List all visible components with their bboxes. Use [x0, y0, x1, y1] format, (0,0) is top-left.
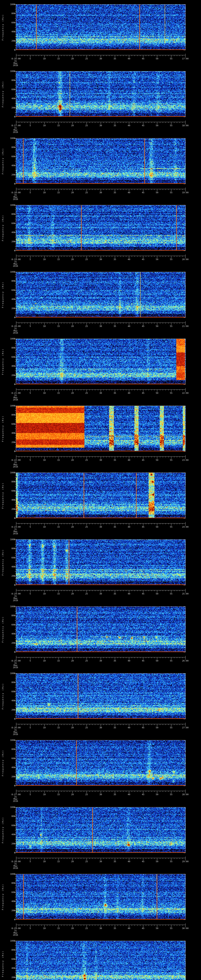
x-tick-label: 5 [30, 526, 31, 528]
y-tick-label: 200 [0, 642, 15, 644]
x-tick-label: 55 [170, 794, 172, 796]
y-axis-title: Frequency (Hz) [2, 683, 4, 710]
x-tick-label: 15 [57, 660, 60, 662]
x-tick-label: 30 [99, 861, 102, 863]
x-tick-label: 40 [128, 57, 130, 60]
y-tick-label: 600 [0, 356, 15, 358]
x-end-time-label: 28:00 [182, 794, 188, 796]
spectrogram-canvas [0, 535, 201, 602]
x-end-time-label: 17:00 [182, 57, 188, 60]
spectrogram-panel: Frequency (Hz) 10008006004002000 8:27:00… [0, 736, 201, 803]
spectrogram-panel: Frequency (Hz) 10008006004002000 8:16:00… [0, 0, 201, 67]
y-tick-label: 600 [0, 88, 15, 91]
x-tick-label: 15 [57, 526, 60, 528]
x-tick-label: 15 [57, 191, 60, 194]
x-tick-label: 15 [57, 325, 60, 328]
date-line: 2016 [13, 733, 18, 736]
x-tick-label: 20 [71, 325, 73, 328]
x-tick-label: 5 [30, 593, 31, 595]
y-tick-label: 800 [0, 414, 15, 416]
y-axis-title: Frequency (Hz) [2, 348, 4, 375]
x-tick-label: 5 [30, 124, 31, 127]
spectrogram-panel: Frequency (Hz) 10008006004002000 8:18:00… [0, 134, 201, 201]
x-tick-label: 50 [156, 861, 158, 863]
date-line: 2016 [13, 131, 18, 134]
y-tick-label: 800 [0, 949, 15, 951]
x-end-time-label: 21:00 [182, 325, 188, 328]
x-tick-label: 15 [57, 392, 60, 395]
x-tick-label: 5 [30, 392, 31, 395]
x-end-time-label: 18:00 [182, 124, 188, 127]
spectrogram-panel: Frequency (Hz) 10008006004002000 8:25:00… [0, 602, 201, 669]
y-tick-label: 1000 [0, 338, 15, 340]
y-tick-label: 0 [0, 183, 15, 185]
x-tick-label: 50 [156, 191, 158, 194]
x-tick-label: 5 [30, 794, 31, 796]
x-tick-label: 15 [57, 861, 60, 863]
y-axis-title: Frequency (Hz) [2, 482, 4, 509]
y-tick-label: 400 [0, 499, 15, 501]
x-end-time-label: 25:00 [182, 593, 188, 595]
x-tick-label: 10 [43, 325, 46, 328]
x-tick-label: 35 [113, 191, 116, 194]
y-tick-label: 400 [0, 566, 15, 568]
date-line: 2016 [13, 867, 18, 869]
x-tick-label: 50 [156, 57, 158, 60]
x-tick-label: 5 [30, 57, 31, 60]
y-tick-label: 800 [0, 280, 15, 282]
y-tick-label: 800 [0, 614, 15, 617]
spectrogram-panel: Frequency (Hz) 10008006004002000 8:17:00… [0, 67, 201, 134]
y-tick-label: 600 [0, 156, 15, 158]
x-tick-label: 30 [99, 459, 102, 461]
x-tick-label: 35 [113, 57, 116, 60]
y-tick-label: 0 [0, 49, 15, 51]
x-tick-label: 10 [43, 57, 46, 60]
y-tick-label: 1000 [0, 271, 15, 273]
y-tick-label: 200 [0, 441, 15, 444]
y-tick-label: 600 [0, 22, 15, 24]
date-line: 2016 [13, 198, 18, 200]
y-tick-label: 200 [0, 40, 15, 42]
y-tick-label: 200 [0, 173, 15, 176]
x-tick-label: 50 [156, 927, 158, 930]
y-tick-label: 200 [0, 976, 15, 978]
x-tick-label: 5 [30, 727, 31, 729]
x-tick-label: 10 [43, 927, 46, 930]
date-line: 2016 [13, 800, 18, 802]
x-tick-label: 50 [156, 526, 158, 528]
y-tick-label: 200 [0, 307, 15, 310]
y-tick-label: 1000 [0, 70, 15, 73]
x-tick-label: 40 [128, 325, 130, 328]
x-tick-label: 35 [113, 593, 116, 595]
y-tick-label: 600 [0, 222, 15, 224]
date-line: 2016 [13, 64, 18, 67]
x-tick-label: 35 [113, 325, 116, 328]
y-tick-label: 800 [0, 79, 15, 81]
x-tick-label: 25 [85, 459, 88, 461]
x-tick-label: 10 [43, 660, 46, 662]
x-tick-label: 20 [71, 593, 73, 595]
x-tick-label: 35 [113, 258, 116, 261]
x-tick-label: 15 [57, 57, 60, 60]
x-end-time-label: 27:00 [182, 727, 188, 729]
y-tick-label: 400 [0, 231, 15, 234]
x-tick-label: 40 [128, 794, 130, 796]
x-tick-label: 25 [85, 57, 88, 60]
y-tick-label: 1000 [0, 137, 15, 140]
y-tick-label: 400 [0, 834, 15, 836]
x-tick-label: 35 [113, 459, 116, 461]
x-tick-label: 45 [142, 794, 144, 796]
x-tick-label: 10 [43, 861, 46, 863]
x-tick-label: 30 [99, 794, 102, 796]
x-tick-label: 30 [99, 392, 102, 395]
y-tick-label: 800 [0, 547, 15, 550]
y-tick-label: 600 [0, 757, 15, 760]
y-tick-label: 400 [0, 97, 15, 100]
y-tick-label: 800 [0, 681, 15, 684]
y-axis-title: Frequency (Hz) [2, 14, 4, 41]
x-tick-label: 35 [113, 861, 116, 863]
x-tick-label: 55 [170, 593, 172, 595]
y-tick-label: 0 [0, 116, 15, 118]
x-tick-label: 55 [170, 325, 172, 328]
x-tick-label: 55 [170, 727, 172, 729]
